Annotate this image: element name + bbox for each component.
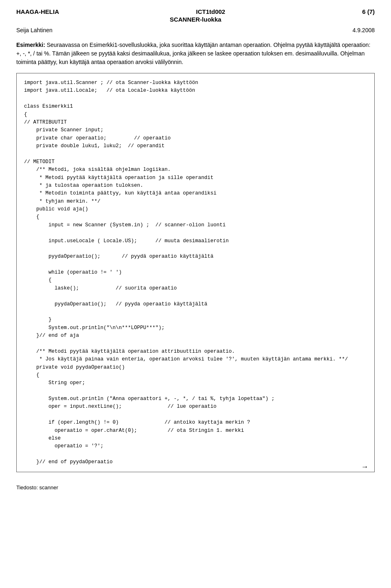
course-subtitle: SCANNER-luokka xyxy=(16,16,375,23)
description: Esimerkki: Seuraavassa on Esimerkki1-sov… xyxy=(16,41,375,66)
author-name: Seija Lahtinen xyxy=(16,27,53,33)
header: HAAGA-HELIA ICT1td002 6 (7) xyxy=(16,8,375,15)
code-content: import java.util.Scanner ; // ota Scanne… xyxy=(24,79,367,466)
course-code: ICT1td002 xyxy=(67,8,354,15)
subheader: Seija Lahtinen 4.9.2008 xyxy=(16,27,375,33)
code-block: import java.util.Scanner ; // ota Scanne… xyxy=(16,73,375,472)
date: 4.9.2008 xyxy=(353,27,375,33)
description-label: Esimerkki: xyxy=(16,42,45,48)
description-text: Seuraavassa on Esimerkki1-sovellusluokka… xyxy=(16,42,370,65)
course-title: ICT1td002 xyxy=(67,8,354,15)
school-name: HAAGA-HELIA xyxy=(16,8,59,15)
page-number: 6 (7) xyxy=(362,8,375,15)
footer: Tiedosto: scanner xyxy=(16,484,375,491)
footer-text: Tiedosto: scanner xyxy=(16,484,58,491)
